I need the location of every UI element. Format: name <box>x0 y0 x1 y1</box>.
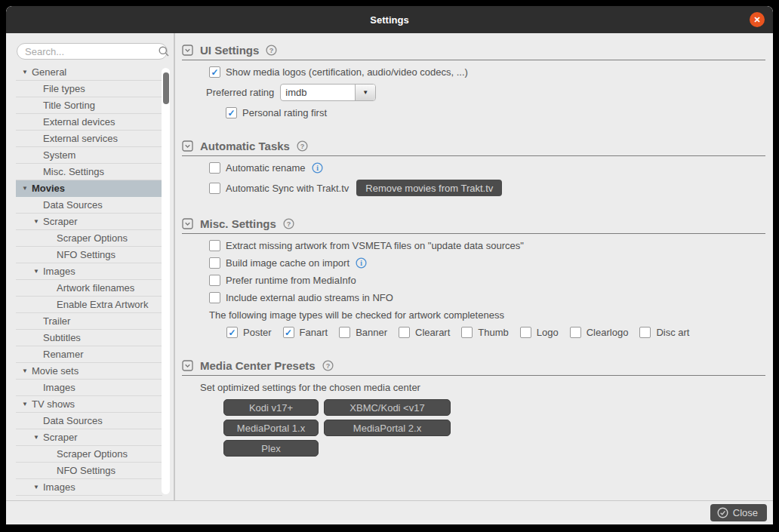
checkbox-disc-art[interactable]: ✓ <box>639 327 651 338</box>
sidebar-item-renamer[interactable]: Renamer <box>16 346 162 363</box>
sidebar-item-enable-extra-artwork[interactable]: Enable Extra Artwork <box>16 297 162 313</box>
sidebar-item-nfo-settings[interactable]: NFO Settings <box>16 463 162 479</box>
sidebar-item-label: Data Sources <box>43 199 103 211</box>
sidebar-item-data-sources[interactable]: Data Sources <box>16 197 162 214</box>
search-box[interactable] <box>17 43 168 60</box>
info-icon[interactable]: i <box>312 162 323 174</box>
sidebar-item-external-devices[interactable]: External devices <box>16 114 162 131</box>
setting-row: ✓Automatic renamei <box>209 162 765 174</box>
check-mark-icon: ✓ <box>285 328 292 337</box>
tree-expand-arrow-icon[interactable]: ▼ <box>33 219 43 225</box>
tree-expand-arrow-icon[interactable]: ▼ <box>22 368 32 374</box>
sidebar-item-trailer[interactable]: Trailer <box>16 313 162 330</box>
collapse-icon[interactable] <box>182 218 193 229</box>
preset-button-mediaportal-1-x[interactable]: MediaPortal 1.x <box>223 420 319 436</box>
search-input[interactable] <box>25 46 158 57</box>
sidebar-item-label: Movie sets <box>32 365 79 377</box>
setting-row: ✓Include external audio streams in NFO <box>209 292 765 303</box>
checkbox-build-image-cache-on-import[interactable]: ✓ <box>209 257 220 269</box>
collapse-icon[interactable] <box>182 360 193 371</box>
checkbox-thumb[interactable]: ✓ <box>461 327 473 338</box>
setting-row: ✓Build image cache on importi <box>209 257 765 269</box>
sidebar-item-system[interactable]: System <box>16 147 162 164</box>
checkbox-banner[interactable]: ✓ <box>339 327 350 338</box>
checkbox-fanart[interactable]: ✓ <box>283 327 294 338</box>
tree-expand-arrow-icon[interactable]: ▼ <box>22 401 32 407</box>
section-title: Media Center Presets <box>200 359 316 372</box>
sidebar-scrollbar[interactable] <box>162 68 170 494</box>
combobox-arrow-icon[interactable]: ▼ <box>355 85 375 100</box>
sidebar-item-movie-sets[interactable]: ▼Movie sets <box>16 363 162 380</box>
info-icon[interactable]: i <box>356 257 367 269</box>
sidebar-item-nfo-settings[interactable]: NFO Settings <box>16 247 162 263</box>
titlebar[interactable]: Settings ✕ <box>6 6 773 33</box>
sidebar-item-scraper[interactable]: ▼Scraper <box>16 429 162 446</box>
help-icon[interactable]: ? <box>322 360 334 371</box>
sidebar-item-images[interactable]: ▼Images <box>16 263 162 280</box>
checkbox-include-external-audio-streams-in-nfo[interactable]: ✓ <box>209 292 220 303</box>
settings-tree: ▼GeneralFile typesTitle SortingExternal … <box>16 64 162 500</box>
preset-button-plex[interactable]: Plex <box>223 440 319 457</box>
button-remove-movies-from-trakt-tv[interactable]: Remove movies from Trakt.tv <box>356 180 502 196</box>
sidebar-item-label: Images <box>43 266 75 277</box>
checkbox-label: Poster <box>243 327 272 338</box>
preferred-rating-combobox[interactable]: imdb▼ <box>280 84 376 101</box>
sidebar-item-scraper-options[interactable]: Scraper Options <box>16 446 162 463</box>
checkbox-label: Logo <box>537 327 559 338</box>
sidebar-item-scraper[interactable]: ▼Scraper <box>16 214 162 230</box>
preset-button-kodi-v17[interactable]: Kodi v17+ <box>223 399 319 416</box>
collapse-icon[interactable] <box>182 140 193 152</box>
checkbox-automatic-rename[interactable]: ✓ <box>209 162 220 174</box>
sidebar-item-subtitles[interactable]: Subtitles <box>16 330 162 346</box>
artwork-option-disc-art: ✓Disc art <box>639 327 689 338</box>
sidebar-item-label: General <box>32 66 66 78</box>
sidebar-item-external-services[interactable]: External services <box>16 131 162 147</box>
sidebar-item-file-types[interactable]: File types <box>16 81 162 97</box>
tree-expand-arrow-icon[interactable]: ▼ <box>22 69 32 75</box>
help-icon[interactable]: ? <box>283 218 294 229</box>
sidebar-item-images[interactable]: ▼Images <box>16 479 162 496</box>
sidebar-item-label: Trailer <box>43 315 70 327</box>
sidebar-item-general[interactable]: ▼General <box>16 64 162 81</box>
preset-button-xbmc-kodi-v17[interactable]: XBMC/Kodi <v17 <box>324 399 451 416</box>
checkbox-extract-missing-artwork-from-vsmeta-files-on-update-data-sources[interactable]: ✓ <box>209 240 220 251</box>
tree-expand-arrow-icon[interactable]: ▼ <box>22 186 32 192</box>
checkbox-personal-rating-first[interactable]: ✓ <box>226 107 237 118</box>
tree-expand-arrow-icon[interactable]: ▼ <box>33 269 43 275</box>
section-media-center-presets: Media Center Presets?Set optimized setti… <box>182 359 765 457</box>
section-ui-settings: UI Settings?✓Show media logos (certifica… <box>182 44 765 118</box>
sidebar-item-label: Scraper Options <box>57 232 128 244</box>
sidebar-item-artwork-filenames[interactable]: Artwork filenames <box>16 280 162 297</box>
tree-expand-arrow-icon[interactable]: ▼ <box>33 484 43 490</box>
close-x-icon: ✕ <box>753 16 760 24</box>
preset-button-mediaportal-2-x[interactable]: MediaPortal 2.x <box>324 420 451 436</box>
sidebar-item-scraper-options[interactable]: Scraper Options <box>16 230 162 247</box>
checkbox-poster[interactable]: ✓ <box>226 327 238 338</box>
artwork-type-row: ✓Poster✓Fanart✓Banner✓Clearart✓Thumb✓Log… <box>226 327 765 338</box>
help-icon[interactable]: ? <box>266 45 277 56</box>
sidebar-scrollbar-thumb[interactable] <box>163 72 169 104</box>
sidebar-item-misc-settings[interactable]: Misc. Settings <box>16 164 162 180</box>
checkbox-logo[interactable]: ✓ <box>520 327 531 338</box>
sidebar-item-movies[interactable]: ▼Movies <box>16 180 162 197</box>
sidebar-item-data-sources[interactable]: Data Sources <box>16 413 162 429</box>
sidebar-item-label: Scraper <box>43 216 78 227</box>
tree-expand-arrow-icon[interactable]: ▼ <box>33 435 43 441</box>
artwork-option-fanart: ✓Fanart <box>283 327 328 338</box>
sidebar-item-title-sorting[interactable]: Title Sorting <box>16 97 162 114</box>
window-inner: Settings ✕ ▼GeneralFile typesTitle Sorti… <box>6 6 773 524</box>
checkbox-clearlogo[interactable]: ✓ <box>570 327 581 338</box>
checkbox-show-media-logos-certification-audio-video-codecs[interactable]: ✓ <box>209 66 220 78</box>
checkbox-prefer-runtime-from-mediainfo[interactable]: ✓ <box>209 275 220 286</box>
collapse-icon[interactable] <box>182 45 193 56</box>
sidebar-item-images[interactable]: Images <box>16 380 162 396</box>
svg-text:i: i <box>360 260 362 267</box>
checkbox-clearart[interactable]: ✓ <box>399 327 410 338</box>
sidebar-item-tv-shows[interactable]: ▼TV shows <box>16 396 162 413</box>
close-button[interactable]: Close <box>710 504 767 521</box>
help-icon[interactable]: ? <box>297 140 308 152</box>
checkbox-automatic-sync-with-trakt-tv[interactable]: ✓ <box>209 183 220 194</box>
sidebar-item-label: Subtitles <box>43 332 81 343</box>
window-close-button[interactable]: ✕ <box>750 12 765 27</box>
section-title: Misc. Settings <box>200 217 276 230</box>
